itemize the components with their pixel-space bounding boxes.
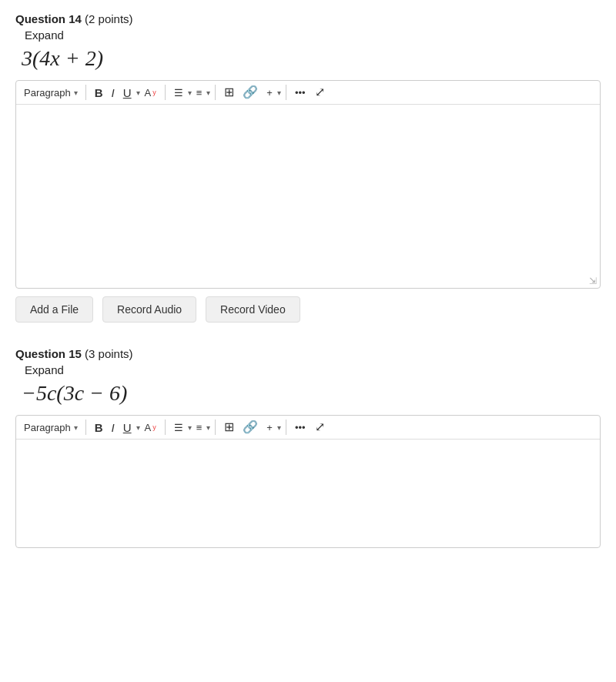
toolbar-group-insert-q14: ⊞ 🔗 + ▾ bbox=[220, 84, 281, 101]
question-14-header: Question 14 (2 points) bbox=[15, 12, 601, 25]
paragraph-dropdown-q15[interactable]: Paragraph ▾ bbox=[21, 420, 81, 435]
paragraph-chevron-q14: ▾ bbox=[74, 89, 78, 97]
toolbar-group-format-q14: B I U ▾ Ay bbox=[91, 85, 160, 101]
question-15-number: Question 15 bbox=[15, 347, 82, 360]
underline-button-q15[interactable]: U bbox=[119, 420, 136, 436]
bold-button-q14[interactable]: B bbox=[91, 85, 107, 101]
more-button-q15[interactable]: ••• bbox=[291, 420, 310, 435]
fullscreen-button-q14[interactable]: ⤢ bbox=[311, 84, 329, 101]
divider-2-q15 bbox=[165, 420, 166, 435]
divider-4-q15 bbox=[286, 420, 286, 435]
underline-chevron-q15: ▾ bbox=[136, 423, 140, 432]
resize-handle-q14: ⇲ bbox=[16, 274, 600, 288]
divider-4-q14 bbox=[286, 85, 286, 100]
text-color-button-q15[interactable]: Ay bbox=[141, 420, 160, 435]
question-15-editor: Paragraph ▾ B I U ▾ Ay ☰ ▾ ≡ ▾ ⊞ 🔗 bbox=[15, 415, 601, 548]
underline-button-q14[interactable]: U bbox=[119, 85, 136, 101]
align-chevron-q14: ▾ bbox=[188, 89, 192, 97]
paragraph-chevron-q15: ▾ bbox=[74, 423, 78, 432]
link-button-q14[interactable]: 🔗 bbox=[239, 84, 262, 101]
underline-chevron-q14: ▾ bbox=[136, 89, 140, 97]
toolbar-group-align-q14: ☰ ▾ ≡ ▾ bbox=[170, 85, 211, 100]
toolbar-group-align-q15: ☰ ▾ ≡ ▾ bbox=[170, 420, 211, 435]
question-15-toolbar: Paragraph ▾ B I U ▾ Ay ☰ ▾ ≡ ▾ ⊞ 🔗 bbox=[16, 416, 600, 440]
divider-3-q14 bbox=[215, 85, 216, 100]
record-audio-button-q14[interactable]: Record Audio bbox=[102, 296, 196, 323]
record-video-button-q14[interactable]: Record Video bbox=[206, 296, 300, 323]
question-14-points: (2 points) bbox=[85, 12, 133, 25]
insert-block-button-q15[interactable]: ⊞ bbox=[220, 419, 238, 436]
question-14-math: 3(4x + 2) bbox=[22, 46, 601, 71]
resize-icon-q14: ⇲ bbox=[589, 276, 597, 286]
question-15-block: Question 15 (3 points) Expand −5c(3c − 6… bbox=[15, 347, 601, 548]
paragraph-label-q15: Paragraph bbox=[24, 422, 71, 433]
question-15-math: −5c(3c − 6) bbox=[22, 381, 601, 406]
list-button-q15[interactable]: ≡ bbox=[192, 420, 206, 435]
add-file-button-q14[interactable]: Add a File bbox=[15, 296, 93, 323]
bold-button-q15[interactable]: B bbox=[91, 420, 107, 436]
fullscreen-button-q15[interactable]: ⤢ bbox=[311, 419, 329, 436]
italic-button-q15[interactable]: I bbox=[108, 420, 119, 436]
action-buttons-q14: Add a File Record Audio Record Video bbox=[15, 296, 601, 323]
question-15-header: Question 15 (3 points) bbox=[15, 347, 601, 360]
divider-2-q14 bbox=[165, 85, 166, 100]
plus-button-q14[interactable]: + bbox=[263, 85, 276, 100]
plus-button-q15[interactable]: + bbox=[263, 420, 276, 435]
plus-chevron-q14: ▾ bbox=[277, 89, 281, 97]
question-14-number: Question 14 bbox=[15, 12, 82, 25]
list-button-q14[interactable]: ≡ bbox=[192, 85, 206, 100]
list-chevron-q14: ▾ bbox=[206, 89, 210, 97]
question-15-expand: Expand bbox=[25, 363, 601, 376]
question-14-editor: Paragraph ▾ B I U ▾ Ay ☰ ▾ ≡ ▾ ⊞ 🔗 bbox=[15, 80, 601, 289]
align-button-q14[interactable]: ☰ bbox=[170, 85, 187, 100]
paragraph-dropdown-q14[interactable]: Paragraph ▾ bbox=[21, 85, 81, 100]
insert-block-button-q14[interactable]: ⊞ bbox=[220, 84, 238, 101]
list-chevron-q15: ▾ bbox=[206, 423, 210, 432]
paragraph-label-q14: Paragraph bbox=[24, 87, 71, 99]
align-button-q15[interactable]: ☰ bbox=[170, 420, 187, 435]
align-chevron-q15: ▾ bbox=[188, 423, 192, 432]
editor-body-q15[interactable] bbox=[16, 440, 600, 547]
more-button-q14[interactable]: ••• bbox=[291, 85, 310, 100]
toolbar-group-insert-q15: ⊞ 🔗 + ▾ bbox=[220, 419, 281, 436]
question-15-points: (3 points) bbox=[85, 347, 133, 360]
toolbar-group-format-q15: B I U ▾ Ay bbox=[91, 420, 160, 436]
question-14-expand: Expand bbox=[25, 28, 601, 42]
text-color-button-q14[interactable]: Ay bbox=[141, 85, 160, 100]
plus-chevron-q15: ▾ bbox=[277, 423, 281, 432]
divider-1-q15 bbox=[85, 420, 86, 435]
italic-button-q14[interactable]: I bbox=[108, 85, 119, 101]
question-14-toolbar: Paragraph ▾ B I U ▾ Ay ☰ ▾ ≡ ▾ ⊞ 🔗 bbox=[16, 81, 600, 105]
divider-3-q15 bbox=[215, 420, 216, 435]
editor-body-q14[interactable] bbox=[16, 105, 600, 274]
divider-1-q14 bbox=[85, 85, 86, 100]
question-14-block: Question 14 (2 points) Expand 3(4x + 2) … bbox=[15, 12, 601, 323]
link-button-q15[interactable]: 🔗 bbox=[239, 419, 262, 436]
